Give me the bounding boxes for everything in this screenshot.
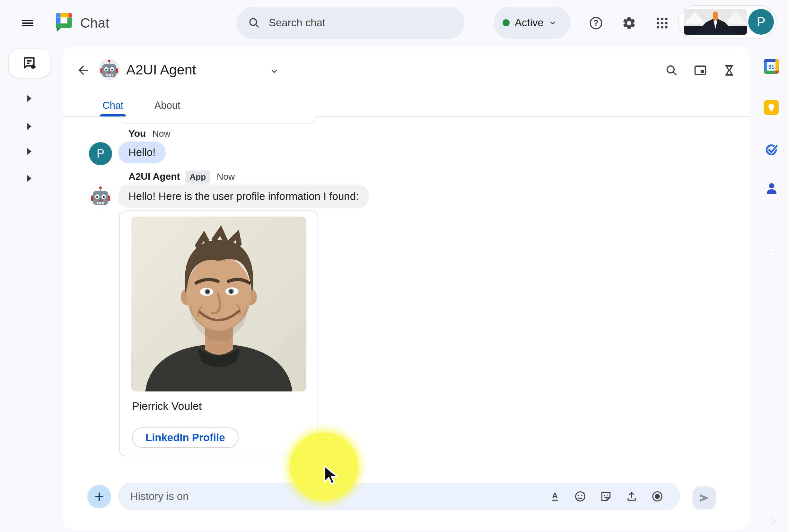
gear-icon xyxy=(622,16,636,30)
partial-previous-message xyxy=(119,117,316,124)
profile-avatar[interactable]: P xyxy=(748,9,774,35)
conversation-title[interactable]: A2UI Agent xyxy=(126,62,196,78)
send-icon xyxy=(698,492,710,504)
workspace-artwork xyxy=(684,9,747,35)
collapse-arrow-icon[interactable] xyxy=(27,148,32,155)
account-area[interactable]: P xyxy=(678,5,776,39)
collapse-arrow-icon[interactable] xyxy=(27,123,32,130)
text-format-button[interactable]: A xyxy=(549,491,561,502)
expand-panel-chevron-icon[interactable] xyxy=(768,515,780,528)
help-icon: ? xyxy=(589,16,603,30)
agent-avatar xyxy=(99,59,120,80)
search-in-conversation-button[interactable] xyxy=(663,61,681,79)
keep-sidepanel-button[interactable] xyxy=(764,100,779,116)
history-toggle-button[interactable] xyxy=(720,61,738,79)
svg-text:A: A xyxy=(552,491,557,500)
collapse-arrow-icon[interactable] xyxy=(27,175,32,182)
compose-bar[interactable]: A xyxy=(118,483,680,510)
search-icon xyxy=(248,16,260,29)
chevron-down-icon xyxy=(548,18,557,27)
svg-text:31: 31 xyxy=(768,64,774,70)
back-arrow-icon xyxy=(76,63,90,77)
search-icon xyxy=(665,63,678,77)
svg-text:?: ? xyxy=(593,18,598,27)
search-bar[interactable] xyxy=(237,7,465,39)
message-bubble[interactable]: Hello! Here is the user profile informat… xyxy=(118,184,369,208)
profile-photo xyxy=(131,217,306,391)
google-keep-icon xyxy=(764,100,779,115)
google-apps-button[interactable] xyxy=(653,14,671,32)
new-chat-icon xyxy=(22,55,38,71)
active-status-dot-icon xyxy=(503,19,510,26)
message-input[interactable] xyxy=(118,490,549,503)
google-calendar-icon: 31 xyxy=(764,59,779,74)
title-chevron-down-icon[interactable] xyxy=(270,66,279,76)
open-in-popup-button[interactable] xyxy=(691,61,709,79)
contacts-sidepanel-button[interactable] xyxy=(765,182,779,197)
google-contacts-icon xyxy=(765,182,779,196)
app-badge: App xyxy=(185,170,211,184)
new-chat-button[interactable] xyxy=(9,49,51,78)
google-chat-logo-icon xyxy=(55,13,73,33)
emoji-button[interactable] xyxy=(574,490,586,503)
message-meta: A2UI Agent App Now xyxy=(129,170,235,184)
conversation-tabs: Chat About xyxy=(95,95,188,117)
get-addons-button[interactable] xyxy=(766,248,779,262)
status-label: Active xyxy=(515,17,544,29)
calendar-sidepanel-button[interactable]: 31 xyxy=(764,59,779,75)
plus-icon xyxy=(766,248,779,261)
linkedin-profile-button[interactable]: LinkedIn Profile xyxy=(132,427,239,448)
user-profile-card: Pierrick Voulet LinkedIn Profile xyxy=(119,210,318,456)
message-time: Now xyxy=(217,172,235,182)
main-menu-button[interactable] xyxy=(19,14,37,32)
tab-chat[interactable]: Chat xyxy=(95,95,131,117)
active-tab-underline xyxy=(100,114,126,117)
google-chat-app: Chat Active ? xyxy=(0,0,788,532)
compose-toolbar: A xyxy=(549,490,680,503)
picture-in-picture-icon xyxy=(693,63,707,77)
upload-button[interactable] xyxy=(626,490,638,503)
help-button[interactable]: ? xyxy=(587,14,605,32)
message-meta: You Now xyxy=(129,128,170,139)
sender-name: A2UI Agent xyxy=(129,171,180,182)
tab-about[interactable]: About xyxy=(146,95,188,117)
tasks-sidepanel-button[interactable] xyxy=(765,143,778,157)
sticker-button[interactable] xyxy=(600,490,612,503)
product-name: Chat xyxy=(80,15,110,31)
conversation-header: A2UI Agent Chat About xyxy=(63,46,750,95)
sender-name: You xyxy=(129,128,146,139)
search-input[interactable] xyxy=(269,17,449,29)
send-button[interactable] xyxy=(693,487,716,510)
message-bubble[interactable]: Hello! xyxy=(118,142,166,163)
settings-button[interactable] xyxy=(620,14,638,32)
plus-icon xyxy=(94,491,105,502)
status-selector[interactable]: Active xyxy=(494,7,571,39)
record-video-button[interactable] xyxy=(651,490,664,503)
hamburger-icon xyxy=(22,19,33,27)
back-button[interactable] xyxy=(74,61,92,79)
agent-avatar xyxy=(89,185,112,208)
collapse-arrow-icon[interactable] xyxy=(27,95,32,102)
conversation-panel: A2UI Agent Chat About xyxy=(63,46,750,529)
hourglass-icon xyxy=(723,63,736,77)
profile-name: Pierrick Voulet xyxy=(132,400,202,412)
user-avatar: P xyxy=(89,142,112,165)
apps-grid-icon xyxy=(655,16,669,30)
google-tasks-icon xyxy=(765,143,778,156)
message-time: Now xyxy=(152,129,170,139)
compose-add-button[interactable] xyxy=(87,485,111,509)
